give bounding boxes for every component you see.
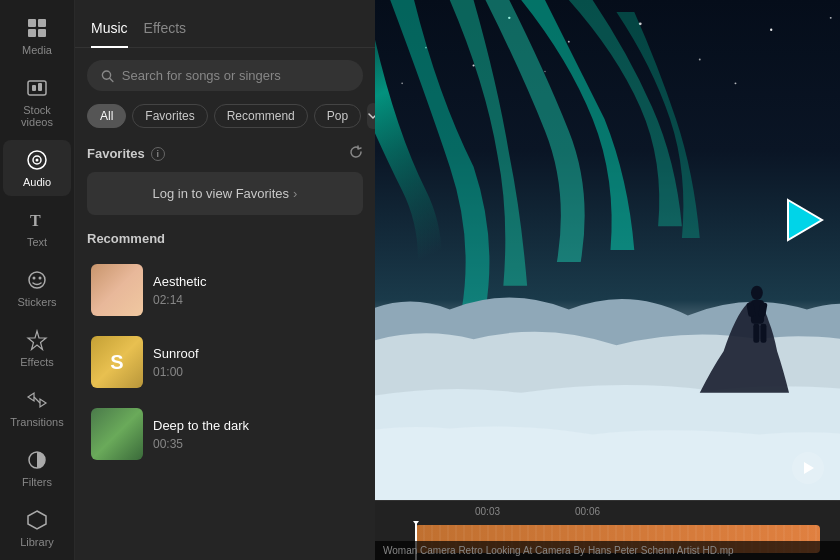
svg-rect-0 xyxy=(28,19,36,27)
music-info-aesthetic: Aesthetic 02:14 xyxy=(153,274,359,307)
search-icon xyxy=(101,69,114,83)
sidebar-item-label-filters: Filters xyxy=(22,476,52,488)
music-thumb-deep xyxy=(91,408,143,460)
video-background xyxy=(375,0,840,500)
search-bar[interactable] xyxy=(87,60,363,91)
caption-bar: Woman Camera Retro Looking At Camera By … xyxy=(375,541,840,560)
sidebar-item-library[interactable]: Library xyxy=(3,500,71,556)
effects-icon xyxy=(25,328,49,352)
tab-effects[interactable]: Effects xyxy=(144,12,187,48)
sidebar-item-label-library: Library xyxy=(20,536,54,548)
sidebar-item-label-stickers: Stickers xyxy=(17,296,56,308)
text-icon: T xyxy=(25,208,49,232)
caption-text: Woman Camera Retro Looking At Camera By … xyxy=(383,545,734,556)
favorites-login-box[interactable]: Log in to view Favorites › xyxy=(87,172,363,215)
music-thumb-sunroof: S xyxy=(91,336,143,388)
sidebar-item-transitions[interactable]: Transitions xyxy=(3,380,71,436)
sidebar-item-audio[interactable]: Audio xyxy=(3,140,71,196)
timeline-ruler: 00:03 00:06 xyxy=(375,501,840,521)
svg-point-27 xyxy=(770,29,772,31)
sidebar-item-label-transitions: Transitions xyxy=(10,416,63,428)
media-icon xyxy=(25,16,49,40)
stickers-icon xyxy=(25,268,49,292)
music-info-sunroof: Sunroof 01:00 xyxy=(153,346,359,379)
music-item-aesthetic[interactable]: Aesthetic 02:14 xyxy=(87,256,363,324)
svg-rect-1 xyxy=(38,19,46,27)
transitions-icon xyxy=(25,388,49,412)
filter-pop[interactable]: Pop xyxy=(314,104,361,128)
recommend-section-title: Recommend xyxy=(87,231,363,246)
music-duration-aesthetic: 02:14 xyxy=(153,293,359,307)
cursor-indicator xyxy=(780,195,830,249)
svg-marker-17 xyxy=(28,511,46,529)
svg-point-28 xyxy=(830,17,832,19)
sidebar-item-label-audio: Audio xyxy=(23,176,51,188)
svg-point-30 xyxy=(401,83,403,85)
svg-marker-40 xyxy=(788,200,822,240)
sidebar-item-media[interactable]: Media xyxy=(3,8,71,64)
svg-point-31 xyxy=(473,64,475,66)
library-icon xyxy=(25,508,49,532)
info-icon: i xyxy=(151,147,165,161)
music-name-aesthetic: Aesthetic xyxy=(153,274,359,289)
filter-bar: All Favorites Recommend Pop xyxy=(87,103,363,129)
play-button[interactable] xyxy=(792,452,824,484)
svg-rect-2 xyxy=(28,29,36,37)
music-duration-deep: 00:35 xyxy=(153,437,359,451)
svg-point-12 xyxy=(33,277,36,280)
svg-point-26 xyxy=(699,59,701,61)
svg-rect-6 xyxy=(38,83,42,91)
svg-point-11 xyxy=(29,272,45,288)
audio-panel: Music Effects All Favorites Recommend Po… xyxy=(75,0,375,560)
music-item-sunroof[interactable]: S Sunroof 01:00 xyxy=(87,328,363,396)
sidebar-item-label-stock: Stock videos xyxy=(7,104,67,128)
search-input[interactable] xyxy=(122,68,349,83)
chevron-down-icon xyxy=(367,110,375,122)
panel-content: All Favorites Recommend Pop Favorites i … xyxy=(75,48,375,560)
svg-text:T: T xyxy=(30,212,41,229)
filter-all[interactable]: All xyxy=(87,104,126,128)
panel-tabs: Music Effects xyxy=(75,0,375,48)
sidebar-item-filters[interactable]: Filters xyxy=(3,440,71,496)
sidebar: Media Stock videos Audio T Text xyxy=(0,0,75,560)
sidebar-item-effects[interactable]: Effects xyxy=(3,320,71,376)
sidebar-item-label-effects: Effects xyxy=(20,356,53,368)
music-duration-sunroof: 01:00 xyxy=(153,365,359,379)
sidebar-item-stickers[interactable]: Stickers xyxy=(3,260,71,316)
video-preview xyxy=(375,0,840,500)
svg-point-33 xyxy=(544,71,545,72)
sidebar-item-label-media: Media xyxy=(22,44,52,56)
svg-rect-3 xyxy=(38,29,46,37)
svg-point-9 xyxy=(36,159,39,162)
svg-rect-5 xyxy=(32,85,36,91)
favorites-label: Favorites xyxy=(87,146,145,161)
favorites-section-title: Favorites i xyxy=(87,145,363,162)
svg-point-13 xyxy=(39,277,42,280)
music-thumb-aesthetic xyxy=(91,264,143,316)
favorites-login-text: Log in to view Favorites xyxy=(153,186,290,201)
svg-rect-38 xyxy=(753,324,759,343)
sidebar-item-stock[interactable]: Stock videos xyxy=(3,68,71,136)
favorites-arrow: › xyxy=(293,186,297,201)
svg-rect-39 xyxy=(760,324,766,343)
tab-music[interactable]: Music xyxy=(91,12,128,48)
music-info-deep: Deep to the dark 00:35 xyxy=(153,418,359,451)
main-area: 00:03 00:06 Woman Camera Retro Looking A… xyxy=(375,0,840,560)
sidebar-item-text[interactable]: T Text xyxy=(3,200,71,256)
svg-point-34 xyxy=(751,286,763,300)
filter-favorites[interactable]: Favorites xyxy=(132,104,207,128)
filter-recommend[interactable]: Recommend xyxy=(214,104,308,128)
audio-icon xyxy=(25,148,49,172)
refresh-icon[interactable] xyxy=(349,145,363,162)
filters-icon xyxy=(25,448,49,472)
stock-icon xyxy=(25,76,49,100)
music-name-deep: Deep to the dark xyxy=(153,418,359,433)
filter-more-button[interactable] xyxy=(367,103,375,129)
svg-line-15 xyxy=(34,397,40,403)
svg-point-32 xyxy=(735,82,737,84)
svg-point-24 xyxy=(568,41,570,43)
music-item-deep[interactable]: Deep to the dark 00:35 xyxy=(87,400,363,468)
svg-rect-4 xyxy=(28,81,46,95)
music-name-sunroof: Sunroof xyxy=(153,346,359,361)
timestamp-1: 00:03 xyxy=(475,506,500,517)
